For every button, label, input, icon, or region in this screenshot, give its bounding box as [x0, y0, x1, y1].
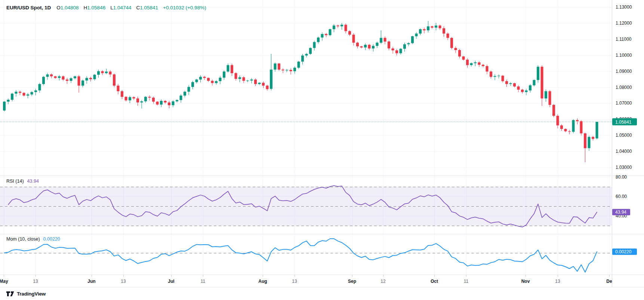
svg-text:1.09000: 1.09000: [616, 69, 632, 74]
time-tick-de: De: [606, 279, 612, 284]
time-tick-13: 13: [33, 279, 38, 284]
pane-separators: [0, 0, 644, 287]
svg-text:1.12000: 1.12000: [616, 21, 632, 26]
time-tick-11: 11: [201, 279, 205, 284]
svg-text:1.13000: 1.13000: [616, 4, 632, 10]
svg-text:1.10000: 1.10000: [616, 53, 632, 58]
ohlc-low-value: 1.04744: [113, 5, 132, 10]
time-tick-jun: Jun: [87, 279, 95, 284]
ohlc-high-value: 1.05846: [87, 5, 105, 10]
vertical-gridlines: [4, 0, 610, 275]
ohlc-open-key: O: [56, 5, 61, 10]
svg-text:1.07000: 1.07000: [616, 100, 632, 106]
svg-text:1.08000: 1.08000: [616, 85, 632, 90]
mom-line: [4, 239, 597, 272]
price-change: +0.01032 (+0.98%): [163, 5, 206, 10]
time-tick-aug: Aug: [258, 279, 267, 284]
mom-value: 0.00220: [43, 236, 60, 242]
footer: TradingView: [0, 287, 644, 300]
time-tick-13: 13: [555, 279, 560, 284]
ohlc-open: O1.04808: [56, 5, 78, 10]
time-tick-oct: Oct: [431, 279, 438, 284]
time-tick-jul: Jul: [168, 279, 174, 284]
rsi-legend[interactable]: RSI (14) 43.94: [6, 179, 39, 184]
value-badges: 1.0584143.940.00220: [612, 118, 637, 255]
svg-text:1.05841: 1.05841: [615, 120, 632, 125]
ohlc-high-key: H: [84, 5, 87, 10]
time-tick-nov: Nov: [521, 279, 530, 284]
svg-text:80.00: 80.00: [616, 174, 627, 180]
ohlc-high: H1.05846: [84, 5, 106, 10]
time-tick-12: 12: [380, 279, 385, 284]
chart-canvas[interactable]: 1.130001.120001.110001.100001.090001.080…: [0, 0, 644, 300]
rsi-value: 43.94: [27, 179, 39, 184]
symbol-title[interactable]: EUR/USD Spot, 1D: [6, 5, 51, 10]
time-tick-may: May: [0, 279, 8, 284]
time-tick-13: 13: [292, 279, 297, 284]
time-tick-13: 13: [121, 279, 126, 284]
ohlc-close: C1.05841: [136, 5, 158, 10]
ohlc-low: L1.04744: [110, 5, 131, 10]
tradingview-logo-text[interactable]: TradingView: [17, 291, 46, 297]
time-tick-11: 11: [464, 279, 468, 284]
time-tick-sep: Sep: [348, 279, 356, 284]
svg-text:1.11000: 1.11000: [616, 37, 632, 42]
ohlc-close-value: 1.05841: [140, 5, 158, 10]
ohlc-close-key: C: [136, 5, 140, 10]
tradingview-logo-icon[interactable]: [6, 291, 14, 297]
ohlc-low-key: L: [110, 5, 113, 10]
mom-title: Mom (10, close): [6, 236, 40, 242]
svg-text:1.04000: 1.04000: [616, 149, 632, 154]
ohlc-open-value: 1.04808: [61, 5, 79, 10]
svg-text:1.05000: 1.05000: [616, 133, 632, 138]
tradingview-chart-window: 1.130001.120001.110001.100001.090001.080…: [0, 0, 644, 300]
price-axis[interactable]: 1.130001.120001.110001.100001.090001.080…: [616, 4, 632, 170]
chart-legend[interactable]: EUR/USD Spot, 1D O1.04808 H1.05846 L1.04…: [6, 5, 206, 10]
rsi-title: RSI (14): [6, 179, 24, 184]
svg-text:43.94: 43.94: [615, 210, 626, 215]
candlesticks: [3, 21, 598, 162]
svg-text:60.00: 60.00: [616, 194, 627, 199]
time-axis[interactable]: May13Jun13Jul11Aug13Sep12Oct11Nov13De: [0, 277, 644, 287]
svg-text:0.00220: 0.00220: [615, 249, 632, 254]
mom-legend[interactable]: Mom (10, close) 0.00220: [6, 236, 60, 242]
svg-text:1.03000: 1.03000: [616, 165, 632, 170]
